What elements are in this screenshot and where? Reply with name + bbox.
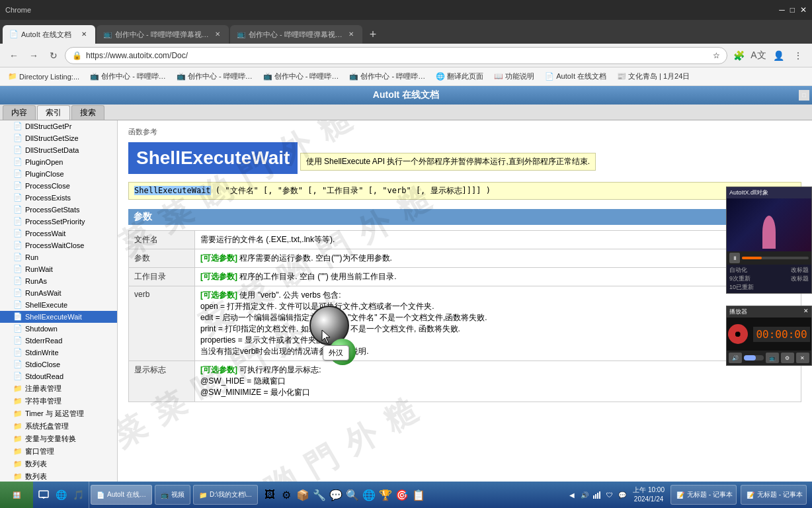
forward-button[interactable]: → [25,47,42,64]
taskbar-item-autoit[interactable]: 📄 AutoIt 在线… [91,485,152,505]
sidebar-item-arraylist1[interactable]: 📁 数列表 [0,458,117,470]
sidebar-item-registry[interactable]: 📁 注册表管理 [0,382,117,395]
translate-button[interactable]: A文 [750,47,767,64]
ql-extra-9[interactable]: 🎯 [394,487,410,503]
tray-icon-expand[interactable]: ◀ [566,489,578,501]
sidebar-item-string[interactable]: 📁 字符串管理 [0,395,117,407]
sidebar-item-runaswait[interactable]: 📄 RunAsWait [0,287,117,299]
tab-bilibili1[interactable]: 📺 创作中心 - 哔哩哔哩弹幕视频网 ✕ [97,25,229,44]
app-tab-content[interactable]: 内容 [3,105,36,120]
tray-icon-security[interactable]: 🛡 [604,489,616,501]
profile-button[interactable]: 👤 [770,47,787,64]
tray-icon-volume[interactable]: 🔊 [579,489,590,501]
minimize-btn[interactable]: ─ [779,5,785,15]
tab-close-bilibili1[interactable]: ✕ [213,30,222,39]
ql-extra-2[interactable]: ⚙ [278,487,294,503]
reload-button[interactable]: ↻ [45,47,62,64]
tab-autoit[interactable]: 📄 AutoIt 在线文档 ✕ [3,25,95,44]
ql-extra-3[interactable]: 📦 [295,487,311,503]
taskbar-item-notepad1[interactable]: 📝 无标题 - 记事本 [670,485,737,505]
showflag-hide: @SW_HIDE = 隐藏窗口 [200,376,286,386]
maximize-btn[interactable]: □ [790,5,795,15]
video-pause-btn[interactable]: ⏸ [729,253,740,263]
sidebar-item-icon-6: 📄 [13,193,22,202]
app-maximize-btn[interactable]: □ [799,90,809,101]
video-monitor-icon[interactable]: 📺 [766,353,779,363]
video-vol-bar[interactable] [744,355,764,360]
sidebar-item-processsetpriority[interactable]: 📄 ProcessSetPriority [0,216,117,228]
sidebar-item-processgetstats[interactable]: 📄 ProcessGetStats [0,204,117,216]
sidebar-item-processclose[interactable]: 📄 ProcessClose [0,180,117,192]
ql-extra-8[interactable]: 🏆 [378,487,393,503]
sidebar-item-stdioclose[interactable]: 📄 StdioClose [0,359,117,370]
video-progress-bar[interactable] [742,257,809,259]
ql-extra-5[interactable]: 💬 [328,487,344,503]
bookmark-bilibili2[interactable]: 📺 创作中心 - 哔哩哔… [173,70,257,83]
video-gear-icon[interactable]: ⚙ [781,353,794,363]
sidebar-item-run[interactable]: 📄 Run [0,251,117,263]
table-row-params: 参数 [可选参数] 程序需要的运行参数. 空白("")为不使用参数. [129,249,801,268]
ql-extra-10[interactable]: 📋 [411,487,426,503]
system-clock[interactable]: 上午 10:00 2024/1/24 [630,486,667,504]
video-close-btn[interactable]: ✕ [796,353,809,363]
tray-icon-network[interactable] [591,489,603,501]
bookmark-bilibili3[interactable]: 📺 创作中心 - 哔哩哔… [259,70,343,83]
ql-media-icon[interactable]: 🎵 [70,487,86,503]
sidebar-item-dllstructsetdata[interactable]: 📄 DllStructSetData [0,144,117,156]
back-button[interactable]: ← [5,47,22,64]
sidebar-item-dllstructgetpr[interactable]: 📄 DllStructGetPr [0,120,117,132]
taskbar-item-video[interactable]: 📺 视频 [155,485,190,505]
close-btn[interactable]: ✕ [800,5,807,15]
bookmark-autoit[interactable]: 📄 AutoIt 在线文档 [541,70,610,83]
ql-extra-6[interactable]: 🔍 [345,487,360,503]
bookmark-star-icon[interactable]: ☆ [713,51,720,60]
bookmark-wenhua[interactable]: 📰 文化青岛 | 1月24日 [613,70,694,83]
sidebar-item-runwait[interactable]: 📄 RunWait [0,263,117,275]
syntax-highlight-text: ShellExecuteWait [134,186,211,195]
bookmark-directory[interactable]: 📁 Directory Listing:... [4,71,83,82]
start-button[interactable]: 🪟 [0,482,33,508]
sidebar-item-processwait[interactable]: 📄 ProcessWait [0,228,117,239]
taskbar-item-docs[interactable]: 📁 D:\我的文档\... [193,485,258,505]
sidebar-item-timer[interactable]: 📁 Timer 与 延迟管理 [0,407,117,420]
video-close-2[interactable]: ✕ [803,308,809,316]
ql-extra-7[interactable]: 🌐 [361,487,377,503]
tray-icon-msg[interactable]: 💬 [616,489,628,501]
sidebar-item-shellexecute[interactable]: 📄 ShellExecute [0,299,117,311]
sidebar-item-dllstructgetsize[interactable]: 📄 DllStructGetSize [0,132,117,144]
bookmark-bilibili1[interactable]: 📺 创作中心 - 哔哩哔… [86,70,170,83]
sidebar-item-pluginopen[interactable]: 📄 PluginOpen [0,156,117,168]
sidebar-item-variable[interactable]: 📁 变量与变量转换 [0,433,117,445]
sidebar-item-stderrread[interactable]: 📄 StderrRead [0,335,117,347]
sidebar-item-shutdown[interactable]: 📄 Shutdown [0,323,117,335]
sidebar-item-runas[interactable]: 📄 RunAs [0,275,117,287]
sidebar-item-shellexecutewait[interactable]: 📄 ShellExecuteWait [0,311,117,323]
sidebar-item-stdinwrite[interactable]: 📄 StdinWrite [0,347,117,359]
video-vol-icon[interactable]: 🔊 [729,353,742,363]
ql-extra-4[interactable]: 🔧 [311,487,327,503]
ql-show-desktop[interactable] [36,487,52,503]
new-tab-button[interactable]: + [364,25,382,44]
address-bar[interactable]: 🔒 https://www.autoitx.com/Doc/ ☆ [65,47,727,64]
bookmark-translate[interactable]: 🌐 翻译此页面 [432,70,487,83]
tab-close-bilibili2[interactable]: ✕ [346,30,356,39]
sidebar-item-processexists[interactable]: 📄 ProcessExists [0,192,117,204]
ql-extra-1[interactable]: 🖼 [262,487,278,503]
video-rec-btn[interactable]: ⏺ [728,324,748,344]
extensions-button[interactable]: 🧩 [730,47,747,64]
ql-ie-icon[interactable]: 🌐 [53,487,69,503]
tab-close-autoit[interactable]: ✕ [79,30,89,39]
video-controls-1[interactable]: ⏸ [727,251,811,265]
sidebar-item-stdoutread[interactable]: 📄 StdoutRead [0,370,117,382]
bookmark-funcdesc[interactable]: 📖 功能说明 [490,70,538,83]
app-tab-search[interactable]: 搜索 [71,105,104,120]
bookmark-bilibili4[interactable]: 📺 创作中心 - 哔哩哔… [345,70,429,83]
sidebar-item-processwaitclose[interactable]: 📄 ProcessWaitClose [0,239,117,251]
taskbar-item-notepad2[interactable]: 📝 无标题 - 记事本 [741,485,807,505]
sidebar-item-window[interactable]: 📁 窗口管理 [0,445,117,458]
menu-button[interactable]: ⋮ [790,47,807,64]
sidebar-item-pluginclose[interactable]: 📄 PluginClose [0,168,117,180]
sidebar-item-tray[interactable]: 📁 系统托盘管理 [0,420,117,433]
app-tab-index[interactable]: 索引 [37,105,70,120]
tab-bilibili2[interactable]: 📺 创作中心 - 哔哩哔哩弹幕视频网 ✕ [230,25,362,44]
